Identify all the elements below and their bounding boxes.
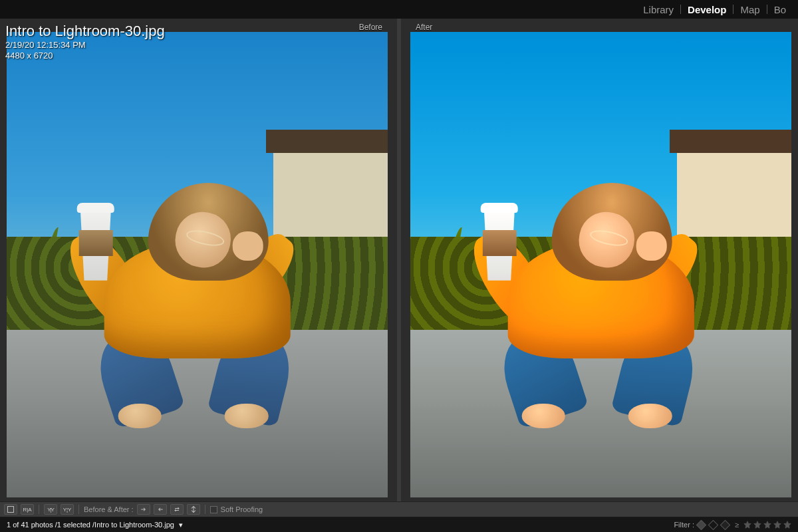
module-develop[interactable]: Develop [681,4,733,15]
module-label: Library [643,4,674,15]
before-label: Before [359,23,382,32]
rating-operator[interactable]: ≥ [735,521,739,529]
module-picker: Library Develop Map Bo [0,0,798,19]
status-filename: Intro to Lightroom-30.jpg [94,521,174,529]
star-icon[interactable] [743,521,751,529]
soft-proofing-toggle[interactable]: Soft Proofing [210,505,263,513]
compare-view: Intro to Lightroom-30.jpg 2/19/20 12:15:… [0,19,798,501]
loupe-view-button[interactable] [4,504,17,515]
before-after-tb-button[interactable]: Y¦Y [61,504,74,515]
copy-before-to-after-button[interactable] [137,504,150,515]
copy-after-to-before-button[interactable] [154,504,167,515]
toolbar-divider [39,505,39,514]
before-after-single-button[interactable] [187,504,200,515]
star-icon[interactable] [763,521,771,529]
module-label: Develop [688,4,726,15]
toolbar-divider [205,505,205,514]
module-label: Bo [774,4,786,15]
module-map[interactable]: Map [733,4,766,15]
status-bar: 1 of 41 photos /1 selected /Intro to Lig… [0,517,798,532]
star-icon[interactable] [783,521,791,529]
before-pane: Before [0,19,394,501]
after-label: After [416,23,432,32]
module-label: Map [740,4,759,15]
flag-picked-icon[interactable] [696,519,707,530]
toolbar-divider [78,505,79,514]
overlay-dimensions: 4480 x 6720 [5,51,165,61]
star-icon[interactable] [773,521,781,529]
photo-before [7,32,388,497]
before-after-lr-button[interactable]: Y|Y [44,504,57,515]
image-info-overlay: Intro to Lightroom-30.jpg 2/19/20 12:15:… [5,23,165,62]
before-after-label: Before & After : [84,505,134,513]
overlay-filename: Intro to Lightroom-30.jpg [5,23,165,40]
develop-toolbar: R|A Y|Y Y¦Y Before & After : Soft Proofi… [0,501,798,517]
filter-controls: Filter : ≥ [674,521,791,529]
after-image[interactable] [410,32,791,497]
dropdown-icon: ▾ [179,521,183,529]
before-image[interactable] [7,32,388,497]
filter-label: Filter : [674,521,694,529]
svg-rect-0 [8,507,14,513]
photo-count: 1 of 41 photos /1 selected / [7,521,94,529]
swap-before-after-button[interactable] [170,504,184,515]
flag-rejected-icon[interactable] [720,519,731,530]
overlay-timestamp: 2/19/20 12:15:34 PM [5,40,165,51]
flag-unflagged-icon[interactable] [708,519,719,530]
filmstrip-path[interactable]: 1 of 41 photos /1 selected /Intro to Lig… [7,521,183,529]
photo-after [410,32,791,497]
module-library[interactable]: Library [636,4,680,15]
pane-divider[interactable] [397,19,401,501]
star-icon[interactable] [753,521,761,529]
soft-proofing-label: Soft Proofing [221,505,263,513]
checkbox-icon [210,506,217,513]
reference-view-button[interactable]: R|A [21,504,34,515]
module-book[interactable]: Bo [767,4,793,15]
after-pane: After [404,19,798,501]
